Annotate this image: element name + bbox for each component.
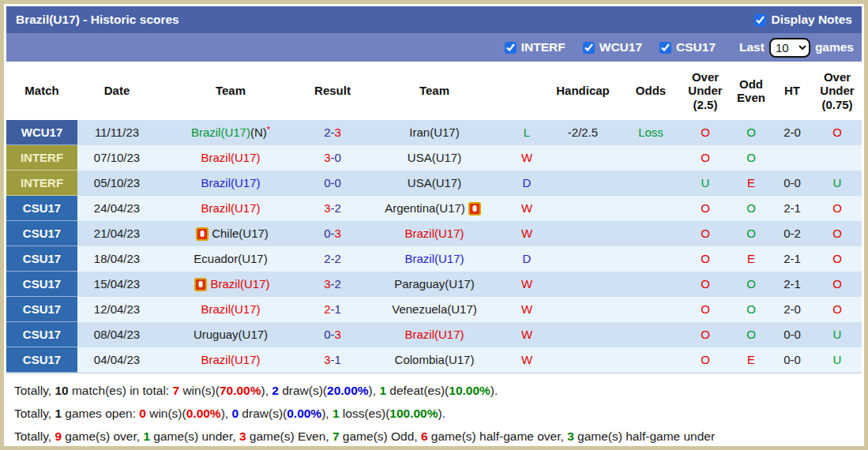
wcu17-checkbox[interactable] [583,42,595,54]
team-name[interactable]: Chile(U17) [212,227,269,240]
odds-cell [621,297,681,322]
team-name[interactable]: Brazil(U17) [404,227,464,240]
odd-even-cell: O [730,120,772,145]
summary-segment: 2 [272,384,279,397]
result-cell: 2-1 [305,297,360,322]
odd-even-cell-text: O [746,277,756,291]
odds-cell: Loss [621,120,681,145]
ht-cell: 2-1 [772,196,812,221]
filter-interf[interactable]: INTERF [505,40,566,54]
team-cell: Brazil(U17) [156,272,305,297]
display-notes-toggle[interactable]: Display Notes [754,13,852,27]
summary-segment: 10.00% [449,384,490,397]
match-badge: CSU17 [6,297,77,322]
odds-cell [621,322,681,347]
csu17-checkbox[interactable] [659,42,671,54]
col-odds: Odds [621,84,681,97]
odds-cell [621,347,681,373]
ht-cell-text: 2-0 [783,302,801,316]
over-under-25-cell: O [681,145,730,171]
table-header: Match Date Team Result Team Handicap Odd… [6,62,862,120]
team-name[interactable]: Uruguay(U17) [194,328,268,341]
filter-csu17[interactable]: CSU17 [659,40,716,54]
ht-cell: 2-1 [772,246,812,272]
handicap-cell [545,171,621,196]
over-under-25-cell: O [681,272,730,297]
team-suffix: (N) [250,126,267,139]
date-cell: 07/10/23 [77,145,156,171]
wdl-cell: W [509,322,545,347]
score-away: 2 [335,201,341,215]
team-name[interactable]: Colombia(U17) [395,353,475,366]
table-row: INTERF05/10/23Brazil(U17)0-0USA(U17)DUE0… [6,171,862,196]
odd-even-cell-text: E [747,252,755,265]
wdl-cell: W [509,272,545,297]
team-name[interactable]: Brazil(U17) [201,353,260,366]
ht-cell-text: 2-1 [783,201,801,215]
summary-segment: game(s) over, [62,429,143,443]
team-name[interactable]: Ecuador(U17) [194,252,267,265]
table-row: CSU1715/04/23Brazil(U17)3-2Paraguay(U17)… [6,272,862,297]
team-name[interactable]: Brazil(U17) [201,201,260,215]
handicap-cell [545,322,621,347]
team-name[interactable]: USA(U17) [408,176,461,189]
col-odd-even: Odd Even [730,77,772,105]
odd-even-cell: O [730,196,772,221]
team-name[interactable]: Iran(U17) [409,126,459,139]
team-name[interactable]: Brazil(U17) [404,252,464,265]
team-name[interactable]: Brazil(U17) [201,176,260,189]
score-home: 0 [324,227,330,240]
team-name[interactable]: Argentina(U17) [385,201,465,215]
team-name[interactable]: USA(U17) [408,151,461,164]
summary-segment: ), [321,407,333,420]
team-name[interactable]: Brazil(U17) [201,151,260,164]
team-name[interactable]: Venezuela(U17) [392,302,477,316]
summary-segment: game(s) Odd, [340,429,421,443]
summary-line: Totally, 10 match(es) in total: 7 win(s)… [14,379,862,402]
over-under-25-cell: O [681,221,730,246]
wdl-cell-text: W [521,151,532,164]
handicap-cell [545,196,621,221]
wdl-cell-text: W [521,227,532,240]
odds-cell [621,145,681,171]
odd-even-cell: O [730,272,772,297]
score-away: 2 [335,252,341,265]
summary-segment: Totally, [14,407,54,420]
last-games-select[interactable]: 10 [769,38,810,58]
team-cell: Argentina(U17) [360,196,509,221]
over-under-075-cell: O [812,297,862,322]
team-name[interactable]: Brazil(U17) [201,302,260,316]
odd-even-cell: O [730,221,772,246]
summary-segment: 0 [231,407,239,420]
filter-wcu17[interactable]: WCU17 [583,40,642,54]
wdl-cell-text: W [521,328,532,341]
summary-segment: loss(es)( [340,407,390,420]
wdl-cell-text: W [521,277,532,291]
odd-even-cell-text: O [746,126,756,139]
filter-bar: INTERF WCU17 CSU17 Last 10 games [6,33,862,62]
team-name[interactable]: Brazil(U17) [404,328,464,341]
team-name[interactable]: Paraguay(U17) [394,277,475,291]
date-cell-text: 07/10/23 [94,151,140,164]
team-cell: Brazil(U17)(N)* [156,120,305,145]
date-cell: 08/04/23 [77,322,156,347]
title-bar: Brazil(U17) - Historic scores Display No… [6,6,862,33]
col-date: Date [77,84,156,97]
page-title: Brazil(U17) - Historic scores [16,13,179,27]
games-label: games [815,40,854,54]
over-under-075-cell-text: O [832,201,842,215]
team-name[interactable]: Brazil(U17) [210,277,269,291]
display-notes-checkbox[interactable] [754,14,766,26]
date-cell-text: 08/04/23 [94,328,140,341]
ht-cell-text: 0-0 [783,176,801,189]
over-under-075-cell-text: U [833,176,842,189]
interf-checkbox[interactable] [505,42,517,54]
over-under-075-cell: U [812,171,862,196]
date-cell: 15/04/23 [77,272,156,297]
over-under-075-cell-text: U [833,353,842,366]
display-notes-label: Display Notes [771,13,852,27]
table-row: CSU1724/04/23Brazil(U17)3-2Argentina(U17… [6,196,862,221]
wdl-cell: W [509,297,545,322]
team-name[interactable]: Brazil(U17) [191,126,250,139]
handicap-cell [545,297,621,322]
